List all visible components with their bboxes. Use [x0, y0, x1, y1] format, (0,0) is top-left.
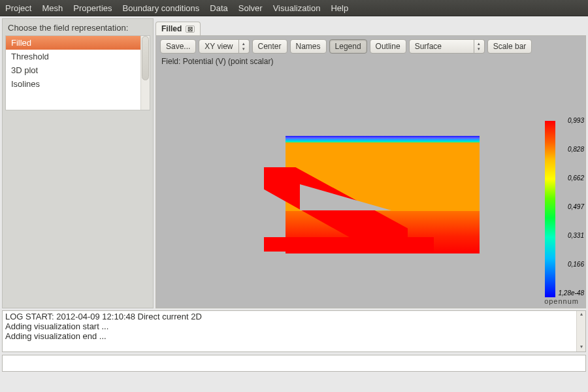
brand-label: opennum — [544, 297, 579, 305]
colorbar-tick: 0,662 — [557, 174, 584, 182]
save-button[interactable]: Save... — [160, 39, 196, 54]
colorbar-tick: 0,497 — [557, 203, 584, 210]
sidebar-title: Choose the field representation: — [5, 22, 150, 35]
list-item-3d-plot[interactable]: 3D plot — [6, 63, 150, 77]
scale-bar-toggle[interactable]: Scale bar — [487, 39, 532, 54]
legend-toggle[interactable]: Legend — [329, 39, 367, 54]
colorbar-tick: 0,993 — [557, 117, 584, 124]
tab-label: Filled — [161, 24, 182, 33]
list-item-isolines[interactable]: Isolines — [6, 77, 150, 91]
toolbar: Save... XY view ▴▾ Center Names Legend O… — [156, 36, 585, 57]
tabbar: Filled ⊠ — [155, 18, 586, 35]
menu-mesh[interactable]: Mesh — [42, 3, 63, 13]
colorbar — [545, 121, 555, 297]
chevron-updown-icon[interactable]: ▴▾ — [474, 39, 485, 54]
colorbar-tick: 1,28e-48 — [557, 289, 584, 297]
log-line: Adding visualization end ... — [5, 331, 583, 341]
field-label: Field: Potential (V) (point scalar) — [156, 57, 585, 67]
close-icon[interactable]: ⊠ — [186, 25, 195, 33]
surface-mode-combo[interactable]: Surface ▴▾ — [409, 39, 485, 54]
center-button[interactable]: Center — [252, 39, 287, 54]
log-line: Adding visualization start ... — [5, 321, 583, 331]
tab-filled[interactable]: Filled ⊠ — [155, 22, 201, 35]
menu-visualization[interactable]: Visualization — [273, 3, 321, 13]
log-output[interactable]: LOG START: 2012-04-09 12:10:48 Direct cu… — [2, 310, 586, 352]
xy-view-spin[interactable]: XY view ▴▾ — [199, 39, 249, 54]
menu-boundary-conditions[interactable]: Boundary conditions — [123, 3, 200, 13]
menu-data[interactable]: Data — [210, 3, 227, 13]
list-item-threshold[interactable]: Threshold — [6, 50, 150, 63]
command-input[interactable] — [2, 355, 586, 372]
colorbar-labels: 0,993 0,828 0,662 0,497 0,331 0,166 1,28… — [557, 117, 584, 301]
colorbar-tick: 0,828 — [557, 146, 584, 153]
chevron-updown-icon[interactable]: ▴▾ — [239, 39, 250, 54]
sidebar-scrollbar-thumb[interactable] — [142, 36, 149, 80]
menubar: Project Mesh Properties Boundary conditi… — [0, 0, 588, 16]
log-line: LOG START: 2012-04-09 12:10:48 Direct cu… — [5, 312, 583, 321]
xy-view-button[interactable]: XY view — [199, 39, 238, 54]
sidebar: Choose the field representation: Filled … — [2, 18, 154, 308]
render-canvas[interactable]: 0,993 0,828 0,662 0,497 0,331 0,166 1,28… — [156, 67, 585, 308]
field-plot — [264, 136, 480, 253]
chevron-up-icon[interactable]: ▴ — [577, 311, 585, 319]
colorbar-tick: 0,166 — [557, 261, 584, 268]
field-representation-list[interactable]: Filled Threshold 3D plot Isolines — [5, 35, 150, 110]
sidebar-scrollbar[interactable] — [140, 36, 150, 110]
log-scrollbar[interactable]: ▴ ▾ — [576, 311, 585, 351]
colorbar-tick: 0,331 — [557, 232, 584, 239]
menu-help[interactable]: Help — [331, 3, 348, 13]
list-item-filled[interactable]: Filled — [6, 36, 150, 50]
surface-mode-value: Surface — [409, 39, 474, 54]
visualization-panel: Save... XY view ▴▾ Center Names Legend O… — [155, 35, 586, 308]
chevron-down-icon[interactable]: ▾ — [577, 344, 585, 351]
menu-project[interactable]: Project — [5, 3, 31, 13]
menu-solver[interactable]: Solver — [238, 3, 263, 13]
menu-properties[interactable]: Properties — [73, 3, 112, 13]
names-button[interactable]: Names — [290, 39, 327, 54]
outline-toggle[interactable]: Outline — [370, 39, 406, 54]
